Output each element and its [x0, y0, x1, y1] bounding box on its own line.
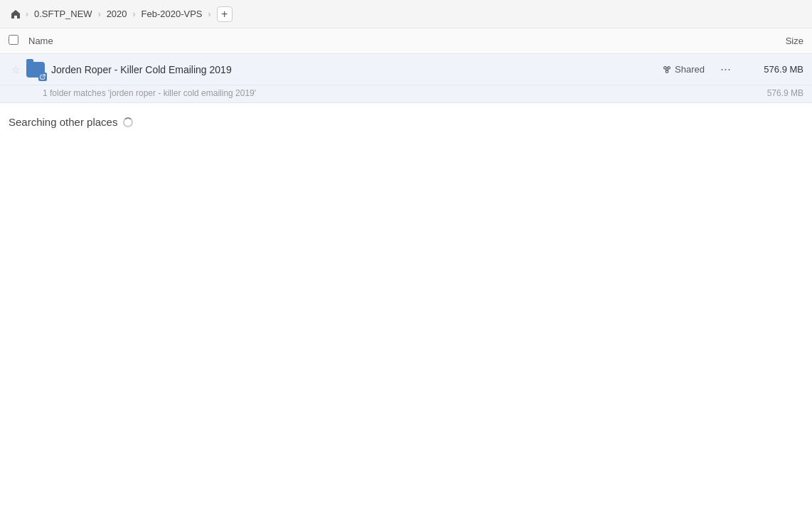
- breadcrumb-item-2020[interactable]: 2020: [104, 7, 130, 21]
- searching-title: Searching other places: [9, 116, 803, 128]
- file-size: 576.9 MB: [747, 64, 803, 75]
- breadcrumb-bar: › 0.SFTP_NEW › 2020 › Feb-2020-VPS › +: [0, 0, 812, 28]
- searching-section: Searching other places: [0, 103, 812, 134]
- breadcrumb-sep-4: ›: [208, 9, 211, 19]
- shared-badge: Shared: [662, 64, 705, 75]
- column-header-size: Size: [732, 36, 803, 46]
- folder-icon-container: [26, 60, 46, 80]
- svg-point-2: [666, 70, 668, 73]
- table-header: Name Size: [0, 28, 812, 54]
- column-header-name: Name: [28, 36, 732, 46]
- shared-label: Shared: [675, 64, 705, 75]
- select-all-checkbox[interactable]: [9, 35, 23, 47]
- add-breadcrumb-button[interactable]: +: [217, 6, 233, 22]
- breadcrumb-sep-2: ›: [98, 9, 101, 19]
- more-options-button[interactable]: ···: [716, 60, 735, 78]
- breadcrumb-sep-1: ›: [26, 9, 28, 19]
- breadcrumb-item-sftp[interactable]: 0.SFTP_NEW: [31, 7, 95, 21]
- searching-label: Searching other places: [9, 116, 117, 128]
- star-icon[interactable]: ☆: [9, 64, 23, 75]
- breadcrumb-sep-3: ›: [133, 9, 136, 19]
- loading-spinner: [123, 117, 133, 127]
- file-name[interactable]: Jorden Roper - Killer Cold Emailing 2019: [51, 64, 662, 75]
- match-info-size: 576.9 MB: [747, 88, 803, 98]
- link-badge-icon: [38, 73, 47, 81]
- home-icon[interactable]: [9, 7, 23, 21]
- breadcrumb-item-feb[interactable]: Feb-2020-VPS: [139, 7, 205, 21]
- table-row[interactable]: ☆ Jorden Roper - Killer Cold Emailing 20…: [0, 54, 812, 85]
- svg-point-0: [664, 66, 667, 69]
- breadcrumb: › 0.SFTP_NEW › 2020 › Feb-2020-VPS › +: [9, 6, 233, 22]
- match-info-row: 1 folder matches 'jorden roper - killer …: [0, 85, 812, 103]
- match-info-text: 1 folder matches 'jorden roper - killer …: [43, 88, 747, 98]
